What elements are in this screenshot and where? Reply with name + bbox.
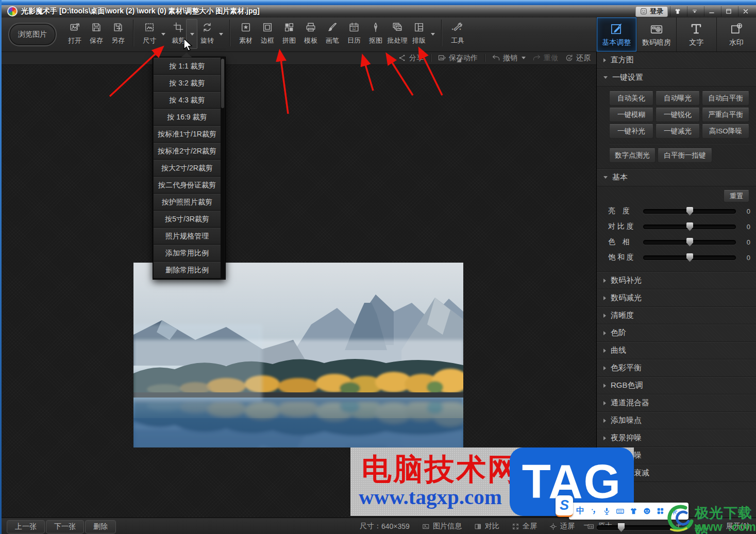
nav-button[interactable]: 删除 [85, 520, 116, 533]
slider-thumb[interactable] [686, 253, 693, 262]
collapsed-section[interactable]: 色彩平衡 [597, 359, 756, 377]
slider-track[interactable] [643, 209, 736, 214]
toolbar-button[interactable]: 批处理 [387, 18, 408, 45]
slider-track[interactable] [643, 255, 736, 260]
crop-menu-item[interactable]: 按5寸/3R裁剪 [154, 211, 221, 228]
crop-menu-item[interactable]: 按护照照片裁剪 [154, 194, 221, 211]
toolbar-button[interactable]: 排版 [408, 18, 430, 45]
toolbar-button[interactable]: 素材 [235, 18, 257, 45]
browse-images-button[interactable]: 浏览图片 [8, 23, 57, 46]
quick-adjust-button[interactable]: 数字点测光 [609, 148, 656, 163]
toolbar-button[interactable]: 另存 [107, 18, 129, 45]
crop-menu-item[interactable]: 按 4:3 裁剪 [154, 92, 221, 109]
expand-button[interactable]: 展开(1) [719, 522, 749, 531]
chevron-down-icon[interactable] [431, 33, 435, 36]
collapsed-section[interactable]: 数码补光 [597, 272, 756, 289]
undo-button[interactable]: 撤销 [492, 54, 526, 63]
quick-adjust-button[interactable]: 严重白平衡 [702, 108, 749, 122]
quick-adjust-button[interactable]: 一键锐化 [656, 108, 700, 122]
collapsed-section[interactable]: 色阶 [597, 324, 756, 342]
reset-button[interactable]: 重置 [724, 190, 749, 202]
toolbar-button[interactable]: 打开 [64, 18, 86, 45]
collapsed-section[interactable]: 夜景抑噪 [597, 429, 756, 447]
photo-image[interactable] [133, 263, 463, 447]
redo-button[interactable]: 重做 [532, 54, 558, 63]
crop-menu-item[interactable]: 添加常用比例 [154, 245, 221, 262]
toolbar-button[interactable]: 尺寸 [139, 18, 160, 45]
crop-menu-item[interactable]: 按标准1寸/1R裁剪 [154, 126, 221, 143]
zoom-slider[interactable] [597, 525, 674, 530]
collapsed-section[interactable]: RGB色调 [597, 377, 756, 394]
crop-menu-item[interactable]: 按大2寸/2R裁剪 [154, 160, 221, 177]
minimize-button[interactable] [704, 6, 719, 16]
chevron-down-icon[interactable] [219, 33, 223, 36]
grid-icon[interactable] [656, 507, 665, 515]
toolbar-expand-corner[interactable] [457, 58, 461, 62]
ime-logo-icon[interactable]: S [556, 495, 573, 517]
quick-adjust-button[interactable]: 一键模糊 [609, 108, 653, 122]
gear-icon[interactable] [669, 507, 678, 515]
section-oneclick[interactable]: 一键设置 [597, 69, 756, 87]
keyboard-icon[interactable] [616, 507, 625, 515]
nav-button[interactable]: 下一张 [46, 520, 84, 533]
toolbar-button[interactable]: 拼图 [278, 18, 300, 45]
zoom-in-button[interactable]: + [676, 520, 681, 531]
quick-adjust-button[interactable]: 自动白平衡 [702, 91, 749, 106]
share-button[interactable]: 分享 [398, 54, 424, 63]
restore-button[interactable]: 还原 [565, 54, 591, 63]
quick-adjust-button[interactable]: 白平衡一指键 [658, 148, 712, 163]
quick-adjust-button[interactable]: 高ISO降噪 [702, 124, 749, 139]
crop-menu-item[interactable]: 按二代身份证裁剪 [154, 177, 221, 194]
menu-scrollbar-thumb[interactable] [221, 59, 224, 108]
toolbar-button[interactable]: 12 日历 [343, 18, 365, 45]
view-control-button[interactable]: 图片信息 [422, 522, 462, 531]
zoom-out-button[interactable]: − [583, 520, 589, 531]
collapsed-section[interactable]: 通道混合器 [597, 394, 756, 412]
quick-adjust-button[interactable]: 一键减光 [656, 124, 700, 139]
menu-pulldown-button[interactable] [687, 6, 702, 16]
slider-track[interactable] [643, 225, 736, 229]
crop-menu-item[interactable]: 按 16:9 裁剪 [154, 109, 221, 126]
toolbar-button[interactable]: 抠图 [365, 18, 387, 45]
view-control-button[interactable]: 全屏 [512, 522, 537, 531]
toolbar-button[interactable]: 裁剪 [167, 18, 189, 45]
close-button[interactable] [738, 6, 753, 16]
toolbar-button[interactable]: 旋转 [196, 18, 218, 45]
mode-tab[interactable]: 数码暗房 [636, 18, 677, 51]
chevron-down-icon[interactable] [190, 33, 194, 36]
mode-tab[interactable]: 水印 [716, 18, 756, 51]
more-tools-button[interactable]: ··· [451, 25, 463, 34]
toolbar-button[interactable]: 保存 [86, 18, 107, 45]
menu-scrollbar[interactable] [221, 58, 225, 279]
quick-adjust-button[interactable]: 一键补光 [609, 124, 653, 139]
comma-icon[interactable] [589, 507, 598, 515]
collapsed-section[interactable]: 添加噪点 [597, 412, 756, 429]
zoom-slider-thumb[interactable] [618, 523, 625, 532]
ime-language-toggle[interactable]: 中 [576, 506, 584, 516]
skin-button[interactable] [670, 6, 685, 16]
crop-menu-item[interactable]: 照片规格管理 [154, 228, 221, 245]
login-button[interactable]: 登录 [635, 6, 668, 17]
shirt-icon[interactable] [629, 507, 638, 515]
toolbar-button[interactable]: 边框 [257, 18, 278, 45]
mode-tab[interactable]: 文字 [676, 18, 716, 51]
collapsed-section[interactable]: 数码减光 [597, 289, 756, 307]
collapsed-section[interactable]: 清晰度 [597, 307, 756, 324]
slider-thumb[interactable] [686, 222, 693, 231]
section-basic[interactable]: 基本 [597, 169, 756, 186]
chevron-down-icon[interactable] [522, 57, 526, 59]
mode-tab[interactable]: 基本调整 [596, 18, 636, 51]
quick-adjust-button[interactable]: 自动曝光 [656, 91, 700, 106]
maximize-button[interactable] [721, 6, 736, 16]
slider-thumb[interactable] [686, 238, 693, 247]
section-histogram[interactable]: 直方图 [597, 51, 756, 69]
crop-menu-item[interactable]: 按 3:2 裁剪 [154, 75, 221, 92]
slider-thumb[interactable] [686, 207, 693, 216]
crop-menu-item[interactable]: 按标准2寸/2R裁剪 [154, 143, 221, 160]
mic-icon[interactable] [602, 507, 611, 515]
chevron-down-icon[interactable] [161, 33, 165, 36]
crop-menu-item[interactable]: 按 1:1 裁剪 [154, 58, 221, 75]
view-control-button[interactable]: 对比 [474, 522, 499, 531]
crop-menu-item[interactable]: 删除常用比例 [154, 262, 221, 279]
toolbar-button[interactable]: 画笔 [322, 18, 343, 45]
